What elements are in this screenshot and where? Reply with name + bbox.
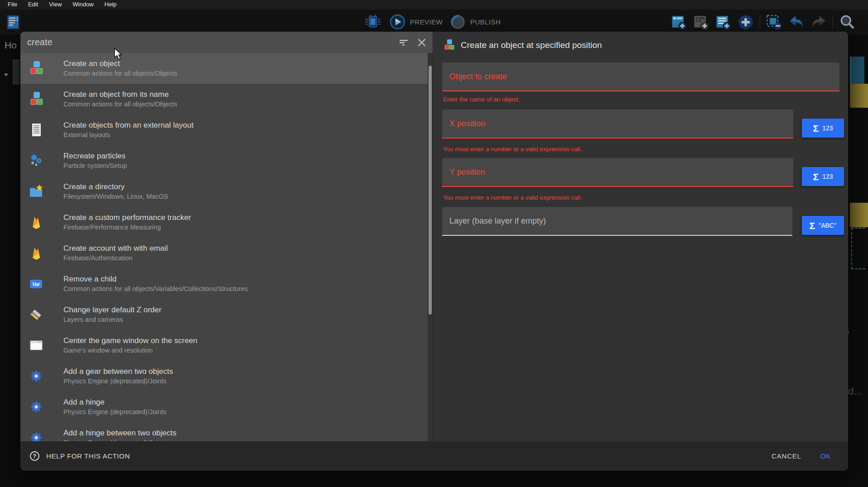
action-list-item[interactable]: VarRemove a childCommon actions for all …	[20, 268, 433, 299]
cubes-icon	[443, 39, 455, 51]
search-input[interactable]	[27, 37, 391, 48]
action-title: Create a custom performance tracker	[63, 212, 191, 223]
detail-header: Create an object at specified position	[443, 39, 602, 51]
action-list-item[interactable]: Create account with with emailFirebase/A…	[20, 238, 433, 268]
play-circle-icon	[389, 14, 406, 30]
action-list-item[interactable]: Create objects from an external layoutEx…	[20, 115, 433, 145]
field-helper-text: Enter the name of an object.	[443, 96, 520, 103]
svg-text:?: ?	[33, 453, 36, 459]
action-list: Create an objectCommon actions for all o…	[20, 53, 433, 441]
redo-button[interactable]	[809, 13, 828, 31]
magnifier-icon	[838, 13, 857, 31]
search-button[interactable]	[838, 13, 857, 31]
layer-field[interactable]: Layer (base layer if empty)	[442, 207, 792, 236]
ok-button[interactable]: OK	[820, 452, 831, 460]
search-bar	[20, 32, 433, 53]
action-list-item[interactable]: Create a directoryFilesystem/Windows, Li…	[20, 176, 433, 207]
y-position-field[interactable]: Y position	[442, 158, 793, 187]
bug-icon	[363, 13, 382, 31]
filter-button[interactable]	[398, 37, 409, 48]
deselect-button[interactable]	[765, 13, 784, 31]
x-position-field[interactable]: X position	[442, 110, 793, 138]
add-object-button[interactable]	[736, 13, 755, 31]
action-group: Common actions for all objects/Variables…	[63, 284, 248, 294]
plus-circle-icon	[736, 13, 755, 31]
action-title: Create an object from its name	[63, 89, 177, 100]
y-position-field-expression-button[interactable]: Σ123	[802, 167, 844, 186]
help-label: HELP FOR THIS ACTION	[46, 452, 130, 460]
edge-gold-tile-bottom	[850, 203, 868, 227]
add-external-layout-button[interactable]	[692, 13, 711, 31]
action-list-item[interactable]: Create an objectCommon actions for all o…	[20, 53, 433, 84]
chevron-down-icon	[3, 72, 10, 78]
project-manager-icon	[3, 12, 24, 33]
main-toolbar: PREVIEW PUBLISH	[0, 10, 868, 34]
undo-arrow-icon	[787, 13, 806, 31]
project-manager-button[interactable]	[3, 12, 24, 33]
publish-button[interactable]: PUBLISH	[449, 14, 501, 30]
globe-icon	[449, 14, 466, 30]
action-group: Particle system/Setup	[63, 161, 127, 171]
eraser-icon	[29, 307, 44, 322]
field-placeholder: X position	[449, 119, 485, 129]
action-group: Common actions for all objects/Objects	[63, 100, 177, 109]
expression-button-label: "ABC"	[819, 222, 836, 229]
sigma-icon: Σ	[813, 124, 819, 133]
action-title: Add a hinge	[63, 397, 166, 407]
firebase-flame-icon	[29, 245, 44, 261]
action-title: Remove a child	[63, 274, 248, 284]
undo-button[interactable]	[787, 13, 806, 31]
action-title: Add a hinge between two objects	[63, 428, 177, 438]
menu-view[interactable]: View	[43, 0, 67, 10]
action-title: Create objects from an external layout	[63, 120, 193, 130]
help-button[interactable]: ? HELP FOR THIS ACTION	[29, 451, 130, 461]
action-title: Create a directory	[63, 181, 168, 192]
close-search-button[interactable]	[416, 37, 427, 48]
action-list-item[interactable]: Add a hinge between two objectsPhysics E…	[20, 422, 433, 441]
menu-bar: FileEditViewWindowHelp	[0, 0, 868, 10]
action-group: Physics Engine (deprecated)/Joints	[63, 407, 166, 417]
dialog-footer: ? HELP FOR THIS ACTION CANCEL OK	[20, 441, 848, 471]
field-placeholder: Layer (base layer if empty)	[449, 216, 546, 226]
preview-label: PREVIEW	[410, 18, 443, 26]
action-title: Create an object at specified position	[461, 40, 602, 50]
field-placeholder: Object to create	[449, 72, 507, 81]
layer-field-expression-button[interactable]: Σ"ABC"	[802, 216, 844, 235]
menu-edit[interactable]: Edit	[23, 0, 43, 10]
list-scrollbar-thumb[interactable]	[429, 66, 432, 315]
preview-button[interactable]: PREVIEW	[389, 14, 443, 30]
action-list-item[interactable]: Add a gear between two objectsPhysics En…	[20, 361, 433, 392]
expression-button-label: 123	[822, 173, 833, 180]
cubes-icon	[29, 91, 44, 107]
action-list-item[interactable]: Create a custom performance trackerFireb…	[20, 207, 433, 238]
add-external-events-button[interactable]	[714, 13, 733, 31]
action-title: Center the game window on the screen	[63, 335, 198, 346]
action-list-item[interactable]: Add a hingePhysics Engine (deprecated)/J…	[20, 392, 433, 422]
help-circle-icon: ?	[29, 451, 40, 461]
action-list-item[interactable]: Recreate particlesParticle system/Setup	[20, 145, 433, 176]
action-group: External layouts	[63, 130, 193, 140]
object-to-create-field[interactable]: Object to create	[442, 62, 839, 91]
action-group: Game's window and resolution	[63, 346, 198, 355]
action-list-item[interactable]: Center the game window on the screenGame…	[20, 330, 433, 361]
menu-help[interactable]: Help	[99, 0, 122, 10]
tab-strip-fragment	[13, 59, 19, 85]
x-position-field-expression-button[interactable]: Σ123	[802, 119, 844, 138]
gear-icon	[29, 399, 44, 415]
toolbar-separator	[760, 14, 760, 30]
action-list-item[interactable]: Change layer default Z orderLayers and c…	[20, 299, 433, 330]
sigma-icon: Σ	[810, 221, 815, 230]
menu-window[interactable]: Window	[67, 0, 99, 10]
action-title: Change layer default Z order	[63, 305, 161, 315]
selection-minus-icon	[765, 13, 784, 31]
window-add-gray-icon	[692, 13, 711, 31]
action-title: Recreate particles	[63, 151, 127, 161]
add-scene-button[interactable]	[670, 13, 689, 31]
action-title: Add a gear between two objects	[63, 366, 173, 377]
debugger-button[interactable]	[363, 13, 382, 31]
folder-star-icon	[29, 184, 44, 199]
menu-file[interactable]: File	[2, 0, 23, 10]
action-list-item[interactable]: Create an object from its nameCommon act…	[20, 84, 433, 115]
document-grid-icon	[29, 122, 44, 138]
cancel-button[interactable]: CANCEL	[772, 452, 801, 460]
